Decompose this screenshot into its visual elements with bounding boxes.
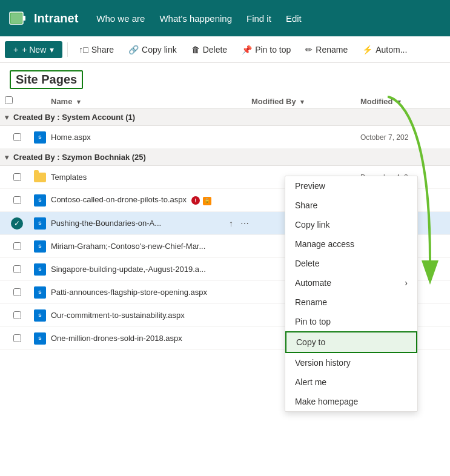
item-icon: S <box>29 263 51 276</box>
item-icon: S <box>29 217 51 230</box>
folder-icon <box>34 173 46 182</box>
delete-label: Delete <box>203 45 227 55</box>
item-icon: S <box>29 286 51 299</box>
item-check[interactable] <box>5 334 29 342</box>
item-name[interactable]: One-million-drones-sold-in-2018.aspx <box>51 334 251 343</box>
list-item: S Home.aspx October 7, 202 <box>0 126 450 149</box>
pin-to-top-label: Pin to top <box>255 45 291 55</box>
context-menu: Preview Share Copy link Manage access De… <box>285 176 418 412</box>
name-sort-icon: ▾ <box>77 98 81 105</box>
aspx-icon: S <box>34 240 46 253</box>
item-name[interactable]: Contoso-called-on-drone-pilots-to.aspx !… <box>51 195 251 205</box>
nav-find-it[interactable]: Find it <box>247 11 271 26</box>
group-szymon[interactable]: ▾ Created By : Szymon Bochniak (25) <box>0 149 450 166</box>
aspx-icon: S <box>34 263 46 276</box>
item-check[interactable] <box>5 133 29 141</box>
select-all-checkbox[interactable] <box>5 96 13 104</box>
app-title: Intranet <box>34 12 78 25</box>
item-icon: S <box>29 194 51 207</box>
item-checkbox[interactable] <box>13 196 21 204</box>
item-name[interactable]: Home.aspx <box>51 133 251 142</box>
list-header: Name ▾ Modified By ▾ Modified ▾ <box>0 94 450 109</box>
item-icon: S <box>29 332 51 345</box>
pin-to-top-button[interactable]: 📌 Pin to top <box>236 42 297 58</box>
page-header: Site Pages <box>0 63 450 94</box>
item-check[interactable] <box>5 311 29 319</box>
item-checkbox[interactable] <box>13 173 21 181</box>
selected-check-icon: ✓ <box>11 217 23 230</box>
item-check[interactable] <box>5 265 29 273</box>
item-checkbox[interactable] <box>13 133 21 141</box>
item-icon <box>29 173 51 182</box>
new-button[interactable]: + + New ▾ <box>5 41 62 58</box>
new-label: + New <box>22 45 46 55</box>
context-menu-copy-link[interactable]: Copy link <box>285 215 417 234</box>
delete-icon: 🗑 <box>191 45 200 55</box>
item-modified: October 7, 202 <box>360 133 445 142</box>
nav-whats-happening[interactable]: What's happening <box>159 11 232 26</box>
item-name[interactable]: Our-commitment-to-sustainability.aspx <box>51 311 251 320</box>
item-checkbox[interactable] <box>13 334 21 342</box>
context-menu-share[interactable]: Share <box>285 196 417 215</box>
battery-icon <box>6 7 28 29</box>
item-name[interactable]: Singapore-building-update,-August-2019.a… <box>51 265 251 274</box>
automate-icon: ⚡ <box>362 45 372 55</box>
aspx-icon: S <box>34 309 46 322</box>
group-chevron-icon: ▾ <box>5 113 8 122</box>
lock-icon: 🔒 <box>203 197 211 205</box>
item-icon: S <box>29 240 51 253</box>
context-menu-manage-access[interactable]: Manage access <box>285 234 417 254</box>
copy-link-button[interactable]: 🔗 Copy link <box>122 42 183 58</box>
nav-links: Who we are What's happening Find it Edit <box>96 11 301 26</box>
context-menu-automate[interactable]: Automate › <box>285 273 417 293</box>
item-check[interactable] <box>5 288 29 296</box>
header-check[interactable] <box>5 96 29 106</box>
pin-icon: 📌 <box>242 45 252 55</box>
item-check[interactable] <box>5 196 29 204</box>
rename-icon: ✏ <box>305 45 313 55</box>
svg-rect-2 <box>11 13 22 23</box>
context-menu-make-homepage[interactable]: Make homepage <box>285 392 417 411</box>
context-menu-rename[interactable]: Rename <box>285 293 417 312</box>
context-menu-alert-me[interactable]: Alert me <box>285 372 417 392</box>
aspx-icon: S <box>34 194 46 207</box>
context-menu-version-history[interactable]: Version history <box>285 353 417 372</box>
item-check[interactable] <box>5 173 29 181</box>
group-chevron-2-icon: ▾ <box>5 153 8 162</box>
group-system-account[interactable]: ▾ Created By : System Account (1) <box>0 109 450 126</box>
rename-button[interactable]: ✏ Rename <box>299 42 354 58</box>
automate-button[interactable]: ⚡ Autom... <box>356 42 413 58</box>
delete-button[interactable]: 🗑 Delete <box>185 42 233 58</box>
item-icon: S <box>29 309 51 322</box>
svg-rect-1 <box>23 16 25 21</box>
item-more-button[interactable]: ⋯ <box>238 217 251 230</box>
modby-sort-icon: ▾ <box>300 98 304 105</box>
toolbar-separator-1 <box>67 42 68 57</box>
item-checkbox[interactable] <box>13 265 21 273</box>
item-check[interactable]: ✓ <box>5 217 29 230</box>
share-button[interactable]: ↑□ Share <box>73 42 120 58</box>
toolbar: + + New ▾ ↑□ Share 🔗 Copy link 🗑 Delete … <box>0 36 450 63</box>
header-name[interactable]: Name ▾ <box>51 97 251 106</box>
item-checkbox[interactable] <box>13 311 21 319</box>
top-nav: Intranet Who we are What's happening Fin… <box>0 0 450 36</box>
context-menu-delete[interactable]: Delete <box>285 254 417 273</box>
item-name[interactable]: Miriam-Graham;-Contoso's-new-Chief-Mar..… <box>51 242 251 251</box>
item-name[interactable]: Templates <box>51 173 251 182</box>
item-name[interactable]: Patti-announces-flagship-store-opening.a… <box>51 288 251 297</box>
share-icon: ↑□ <box>79 45 88 55</box>
item-checkbox[interactable] <box>13 242 21 250</box>
item-check[interactable] <box>5 242 29 250</box>
context-menu-preview[interactable]: Preview <box>285 176 417 196</box>
nav-edit[interactable]: Edit <box>286 11 302 26</box>
nav-who-we-are[interactable]: Who we are <box>96 11 145 26</box>
context-menu-copy-to[interactable]: Copy to <box>285 331 417 353</box>
automate-arrow-icon: › <box>405 278 408 288</box>
context-menu-pin-to-top[interactable]: Pin to top <box>285 312 417 331</box>
item-checkbox[interactable] <box>13 288 21 296</box>
page-title: Site Pages <box>10 70 83 89</box>
item-name[interactable]: Pushing-the-Boundaries-on-A... <box>51 219 222 228</box>
header-modified[interactable]: Modified ▾ <box>360 97 445 106</box>
item-share-button[interactable]: ↑ <box>227 217 236 230</box>
header-modified-by[interactable]: Modified By ▾ <box>251 97 360 106</box>
